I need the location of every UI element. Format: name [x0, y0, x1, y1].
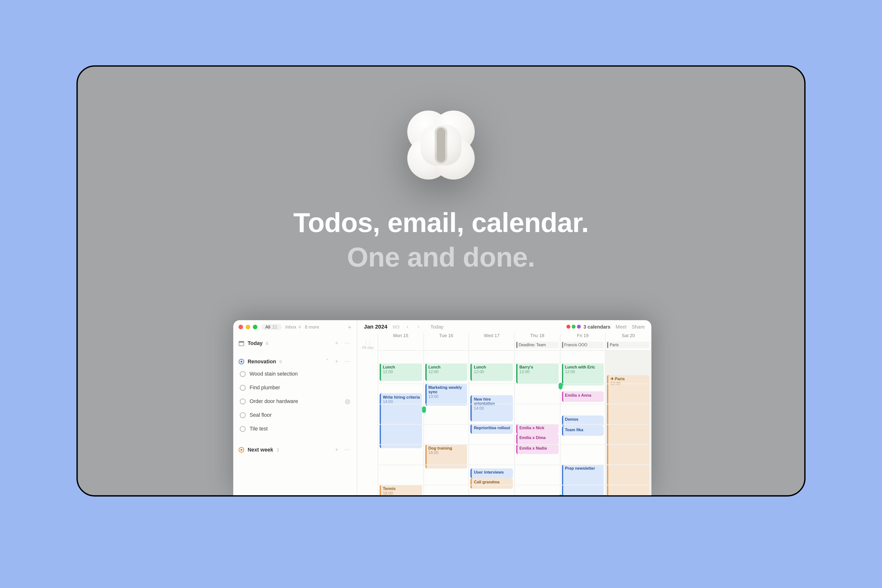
- zoom-icon[interactable]: [253, 324, 258, 329]
- calendar-event[interactable]: Lunch12:00: [471, 363, 513, 381]
- calendar-event[interactable]: Team fika: [561, 426, 604, 436]
- day-column[interactable]: Lunch12:00Write hiring criteria14:00Tenn…: [378, 351, 424, 496]
- all-day-event[interactable]: Deadline: Team: [516, 342, 558, 348]
- add-item-button[interactable]: +: [334, 340, 340, 346]
- calendar-event[interactable]: Barry's12:00: [516, 363, 558, 383]
- more-button[interactable]: ⋯: [343, 446, 352, 453]
- event-handle-icon[interactable]: [422, 406, 426, 413]
- section-title: Next week: [248, 447, 273, 453]
- add-button[interactable]: +: [348, 323, 352, 330]
- window-controls[interactable]: [238, 324, 257, 329]
- add-item-button[interactable]: +: [334, 446, 340, 453]
- target-icon: [238, 447, 244, 453]
- day-header: Tue 16: [424, 333, 470, 341]
- all-day-event[interactable]: Francis OOO: [561, 342, 604, 348]
- day-column[interactable]: Lunch with Eric12:00Emilia x AnnaDemosTe…: [560, 351, 606, 496]
- more-button[interactable]: ⋯: [343, 340, 352, 346]
- meet-button[interactable]: Meet: [616, 324, 627, 330]
- all-day-row: Deadline: TeamFrancis OOOParis: [378, 341, 651, 351]
- tab-more[interactable]: 8 more: [305, 324, 319, 329]
- todo-label: Tile test: [250, 426, 268, 432]
- event-handle-icon[interactable]: [558, 383, 562, 390]
- section-today[interactable]: Today 6 + ⋯: [238, 336, 351, 349]
- collapse-button[interactable]: ˄: [325, 358, 330, 364]
- prev-button[interactable]: ‹: [405, 324, 410, 330]
- calendar-event[interactable]: Lunch12:00: [380, 363, 422, 381]
- hero-subheadline: One and done.: [78, 242, 804, 273]
- day-columns: Lunch12:00Write hiring criteria14:00Tenn…: [378, 351, 651, 496]
- close-icon[interactable]: [238, 324, 243, 329]
- svg-rect-6: [436, 128, 445, 162]
- more-button[interactable]: ⋯: [343, 358, 352, 364]
- month-label: Jan 2024: [364, 323, 387, 330]
- calendar-event[interactable]: Emilia x Nick: [516, 424, 558, 434]
- all-day-cell[interactable]: Francis OOO: [560, 341, 606, 350]
- day-column[interactable]: Lunch12:00Marketing weekly sync13:00Dog …: [424, 351, 470, 496]
- all-day-cell[interactable]: [470, 341, 515, 350]
- hero-headline: Todos, email, calendar.: [78, 207, 804, 238]
- section-count: 3: [276, 447, 279, 452]
- checkbox-icon[interactable]: [240, 399, 246, 405]
- day-header: Wed 17: [470, 333, 515, 341]
- todo-label: Seal floor: [250, 412, 272, 418]
- day-header: Thu 18: [515, 333, 560, 341]
- checkbox-icon[interactable]: [240, 371, 246, 377]
- calendar-event[interactable]: Lunch12:00: [425, 363, 467, 381]
- all-day-event[interactable]: Paris: [607, 342, 649, 348]
- calendars-label: 3 calendars: [584, 324, 610, 330]
- calendar-event[interactable]: Emilia x Anna: [561, 391, 604, 401]
- sidebar-topbar: All 21 Inbox 4 8 more +: [233, 320, 357, 333]
- calendar-event[interactable]: Dog training16:00: [425, 444, 467, 468]
- calendar-event[interactable]: Emilia x Nadia: [516, 444, 558, 454]
- checkbox-icon[interactable]: [240, 385, 246, 391]
- hero-card: Todos, email, calendar. One and done. Al…: [76, 65, 806, 496]
- day-column[interactable]: Lunch12:00New hire orientation14:00Repri…: [470, 351, 515, 496]
- share-button[interactable]: Share: [632, 324, 645, 330]
- checkbox-icon[interactable]: [240, 412, 246, 418]
- next-button[interactable]: ›: [416, 324, 421, 330]
- minimize-icon[interactable]: [246, 324, 250, 329]
- target-icon: [238, 358, 244, 364]
- day-column[interactable]: ✈︎ Paris12:30: [606, 351, 651, 496]
- calendar-event[interactable]: Lunch with Eric12:00: [561, 363, 604, 386]
- calendar-event[interactable]: Emilia x Dima: [516, 434, 558, 444]
- calendar-event[interactable]: Write hiring criteria14:00: [380, 393, 422, 448]
- section-title: Today: [248, 340, 262, 346]
- todo-item[interactable]: Wood stain selection: [238, 367, 351, 381]
- calendar-grid[interactable]: 12:0013:0014:0015:0016:0017:0018:00 ⋮⋮ A…: [357, 333, 651, 496]
- section-renovation[interactable]: Renovation 5 ˄ + ⋯: [238, 354, 351, 367]
- calendar-event[interactable]: Reprioritise rollout: [471, 424, 513, 434]
- checkbox-icon[interactable]: [240, 426, 246, 432]
- all-day-cell[interactable]: Deadline: Team: [515, 341, 560, 350]
- today-button[interactable]: Today: [430, 324, 444, 330]
- calendar-panel: Jan 2024 W3 ‹ › Today 3 calendars Meet S…: [357, 320, 651, 496]
- calendar-event[interactable]: Demos: [561, 416, 604, 426]
- all-day-cell[interactable]: [378, 341, 424, 350]
- calendar-event[interactable]: User interviews: [471, 468, 513, 478]
- all-day-cell[interactable]: [424, 341, 470, 350]
- tab-all[interactable]: All 21: [261, 324, 282, 330]
- tab-count: 4: [298, 324, 301, 329]
- day-header: Fri 19: [560, 333, 606, 341]
- todo-label: Find plumber: [250, 385, 280, 391]
- section-next-week[interactable]: Next week 3 + ⋯: [238, 442, 351, 455]
- calendar-event[interactable]: Tennis18:00: [380, 484, 422, 496]
- add-item-button[interactable]: +: [334, 358, 340, 364]
- calendar-event[interactable]: Marketing weekly sync13:00: [425, 383, 467, 405]
- calendar-event[interactable]: ✈︎ Paris12:30: [607, 375, 649, 496]
- calendars-selector[interactable]: 3 calendars: [567, 324, 610, 330]
- calendar-event[interactable]: New hire orientation14:00: [471, 395, 513, 422]
- tab-label: Inbox: [285, 324, 297, 329]
- tab-inbox[interactable]: Inbox 4: [285, 324, 301, 329]
- calendar-event[interactable]: Prep newsletter: [561, 464, 604, 496]
- section-count: 5: [279, 359, 282, 364]
- tag-icon[interactable]: [345, 399, 350, 404]
- calendar-event[interactable]: Call grandma: [471, 478, 513, 489]
- day-column[interactable]: Barry's12:00Emilia x NickEmilia x DimaEm…: [515, 351, 560, 496]
- todo-item[interactable]: Seal floor: [238, 408, 351, 422]
- todo-item[interactable]: Tile test: [238, 422, 351, 436]
- all-day-cell[interactable]: Paris: [606, 341, 651, 350]
- section-title: Renovation: [248, 358, 276, 364]
- todo-item[interactable]: Order door hardware: [238, 395, 351, 408]
- todo-item[interactable]: Find plumber: [238, 381, 351, 395]
